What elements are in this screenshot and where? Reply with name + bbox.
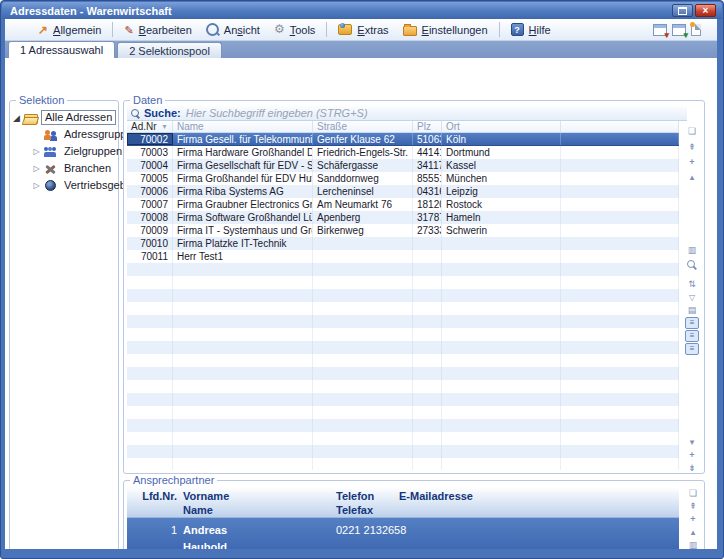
- search-input[interactable]: Suche: Hier Suchbegriff eingeben (STRG+S…: [127, 106, 687, 121]
- cell-ad-nr: [127, 380, 173, 393]
- cell-plz: [413, 367, 442, 380]
- copy-icon[interactable]: [685, 125, 699, 137]
- column-header-name[interactable]: Name: [173, 121, 313, 132]
- selection-tree: ◢Alle AdressenAdressgruppen▷Zielgruppen▷…: [12, 109, 116, 194]
- table-row[interactable]: 70008Firma Software Großhandel Lübke AGA…: [127, 211, 679, 224]
- cell-name: Firma IT - Systemhaus und Großhandel: [173, 224, 313, 237]
- tree-item-vertriebsgebiete[interactable]: ▷Vertriebsgebiete: [12, 177, 116, 194]
- cell-ort: [442, 445, 561, 458]
- menu-allgemein[interactable]: Allgemein: [31, 22, 108, 38]
- contact-column-header-e-mailadresse[interactable]: E-Mailadresse: [399, 489, 473, 503]
- table-row[interactable]: 70005Firma Großhandel für EDV HutnerSand…: [127, 172, 679, 185]
- cell-name: Firma Hardware Großhandel Dortmund: [173, 146, 313, 159]
- close-button[interactable]: [695, 4, 716, 17]
- table-row[interactable]: 70011Herr Test1: [127, 250, 679, 263]
- cell-ad-nr: [127, 328, 173, 341]
- column-header-ad-nr[interactable]: Ad.Nr▼: [127, 121, 173, 132]
- menu-extras[interactable]: Extras: [331, 22, 395, 38]
- cell-ad-nr: [127, 341, 173, 354]
- menu-einstellungen[interactable]: Einstellungen: [396, 21, 495, 38]
- menu-tools[interactable]: Tools: [267, 22, 322, 38]
- table-row[interactable]: 70004Firma Gesellschaft für EDV - System…: [127, 159, 679, 172]
- menu-bearbeiten[interactable]: Bearbeiten: [117, 22, 198, 38]
- table-export-icon[interactable]: [653, 24, 667, 36]
- scroll-bottom-icon[interactable]: [685, 462, 699, 474]
- cell-name: [173, 315, 313, 328]
- cell-ad-nr: 70006: [127, 185, 173, 198]
- add-icon[interactable]: [685, 449, 699, 461]
- cell-filler: [561, 263, 679, 276]
- help-icon: [511, 23, 524, 36]
- edit-icon: [124, 25, 133, 35]
- tree-item-adressgruppen[interactable]: Adressgruppen: [12, 126, 116, 143]
- cell-filler: [561, 367, 679, 380]
- columns-icon[interactable]: [685, 244, 699, 256]
- cell-filler: [561, 354, 679, 367]
- copy-icon[interactable]: [686, 487, 700, 499]
- add-icon[interactable]: [685, 156, 699, 168]
- contact-column-header-lfd-nr[interactable]: Lfd.Nr.: [133, 489, 177, 503]
- cell-ort: [442, 341, 561, 354]
- cell-stra-e: [313, 354, 413, 367]
- tree-item-label: Zielgruppen: [61, 145, 125, 158]
- scroll-down-icon[interactable]: [685, 436, 699, 448]
- cell-stra-e: Friedrich-Engels-Str.: [313, 146, 413, 159]
- filter-icon[interactable]: [685, 291, 699, 303]
- column-header-plz[interactable]: Plz: [413, 121, 442, 132]
- empty-row: [127, 263, 679, 276]
- empty-row: [127, 406, 679, 419]
- restore-button[interactable]: [672, 4, 693, 17]
- sort-arrow-icon: ▼: [161, 123, 168, 130]
- tree-item-zielgruppen[interactable]: ▷Zielgruppen: [12, 143, 116, 160]
- menu-ansicht[interactable]: Ansicht: [199, 21, 267, 38]
- tab-label: 2 Selektionspool: [129, 45, 210, 57]
- row-height-medium-icon[interactable]: [685, 330, 699, 342]
- search-icon[interactable]: [685, 259, 699, 271]
- table-row[interactable]: 70010Firma Platzke IT-Technik: [127, 237, 679, 250]
- expand-arrow-icon[interactable]: ▷: [32, 147, 41, 156]
- add-icon[interactable]: [686, 513, 700, 525]
- scroll-up-icon[interactable]: [685, 171, 699, 183]
- cell-ad-nr: 70008: [127, 211, 173, 224]
- sort-icon[interactable]: [685, 278, 699, 290]
- collapse-arrow-icon[interactable]: ◢: [12, 113, 21, 123]
- contact-column-header-vorname[interactable]: Vorname Name: [183, 489, 229, 517]
- expand-arrow-icon[interactable]: ▷: [32, 181, 41, 190]
- columns-icon[interactable]: [686, 539, 700, 549]
- scroll-up-icon[interactable]: [686, 526, 700, 538]
- tab-selektionspool[interactable]: 2 Selektionspool: [117, 42, 222, 58]
- cell-ort: [442, 354, 561, 367]
- table-row[interactable]: 70007Firma Graubner Electronics GmbHAm N…: [127, 198, 679, 211]
- cell-plz: 44141: [413, 146, 442, 159]
- row-height-large-icon[interactable]: [685, 343, 699, 355]
- tree-item-branchen[interactable]: ▷Branchen: [12, 160, 116, 177]
- cell-stra-e: [313, 445, 413, 458]
- contact-row[interactable]: 1AndreasHaubold0221 2132658: [127, 518, 679, 549]
- menu-hilfe[interactable]: Hilfe: [504, 21, 558, 38]
- table-row[interactable]: 70009Firma IT - Systemhaus und Großhande…: [127, 224, 679, 237]
- cell-ad-nr: [127, 276, 173, 289]
- empty-row: [127, 341, 679, 354]
- tab-adressauswahl[interactable]: 1 Adressauswahl: [8, 41, 115, 58]
- scroll-top-icon[interactable]: [686, 500, 700, 512]
- cell-name: [173, 419, 313, 432]
- table-row[interactable]: 70006Firma Riba Systems AGLercheninsel04…: [127, 185, 679, 198]
- row-height-small-icon[interactable]: [685, 317, 699, 329]
- column-header-stra-e[interactable]: Straße: [313, 121, 413, 132]
- tree-item-label: Branchen: [61, 162, 114, 175]
- cell-ad-nr: 70011: [127, 250, 173, 263]
- table-row[interactable]: 70003Firma Hardware Großhandel DortmundF…: [127, 146, 679, 159]
- layout-icon[interactable]: [685, 304, 699, 316]
- tree-item-alle-adressen[interactable]: ◢Alle Adressen: [12, 109, 116, 126]
- column-header-ort[interactable]: Ort: [442, 121, 561, 132]
- table-row[interactable]: 70002Firma Gesell. für Telekommunikation…: [127, 133, 679, 146]
- table-import-icon[interactable]: [672, 24, 686, 36]
- contact-column-header-telefon[interactable]: Telefon Telefax: [336, 489, 374, 517]
- open-folder-icon: [24, 112, 38, 124]
- scroll-top-icon[interactable]: [685, 141, 699, 153]
- new-document-icon[interactable]: [691, 24, 701, 36]
- cell-ort: [442, 276, 561, 289]
- cell-stra-e: [313, 406, 413, 419]
- expand-arrow-icon[interactable]: ▷: [32, 164, 41, 173]
- address-grid-header: Ad.Nr▼NameStraßePlzOrt: [127, 121, 679, 133]
